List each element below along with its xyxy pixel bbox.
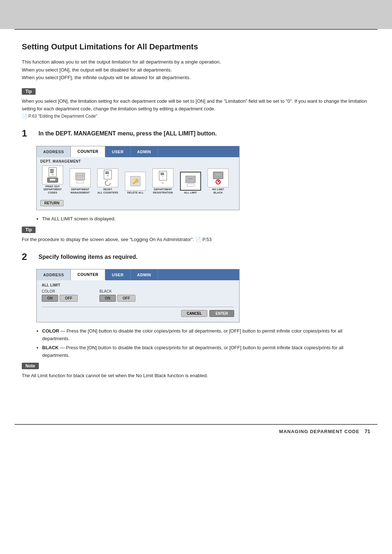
screen2-sublabel: ALL LIMIT xyxy=(42,283,234,287)
icon-dept-mgmt-img: * * * xyxy=(70,168,91,187)
tab-address[interactable]: ADDRESS xyxy=(37,146,71,157)
screen1-icon-row: 05 PRINT OUTDEPARTMENT CODES xyxy=(40,166,236,194)
icon-dept-reg-label: DEPARTMENTREGISTRATION xyxy=(153,188,173,194)
color-group: COLOR ON OFF xyxy=(42,289,78,302)
top-bar xyxy=(0,0,392,29)
black-off-button[interactable]: OFF xyxy=(117,295,135,302)
limit-row: COLOR ON OFF BLACK ON OFF xyxy=(42,289,234,302)
step2-number: 2 xyxy=(22,252,35,262)
icon-all-limit-img: *** xyxy=(180,172,201,191)
icon-delete-all[interactable]: 🔑 DELETE ALL xyxy=(123,172,148,194)
black-btn-group: ON OFF xyxy=(99,295,135,302)
black-on-button[interactable]: ON xyxy=(99,295,116,302)
black-label: BLACK xyxy=(99,289,135,293)
screen2: ADDRESS COUNTER USER ADMIN ALL LIMIT COL… xyxy=(36,269,240,322)
icon-reset-counters[interactable]: 05 RESETALL COUNTERS xyxy=(95,168,120,194)
enter-button[interactable]: ENTER xyxy=(209,310,234,317)
color-btn-group: ON OFF xyxy=(42,295,78,302)
content: Setting Output Limitations for All Depar… xyxy=(0,30,392,417)
step1: 1 In the DEPT. MANAGEMENT menu, press th… xyxy=(22,128,370,139)
tab-admin[interactable]: ADMIN xyxy=(131,146,158,157)
tip2-label: Tip xyxy=(22,227,36,233)
color-label: COLOR xyxy=(42,289,78,293)
icon-no-limit-black-img: *** ✕ xyxy=(208,168,229,187)
step2-title: Specify following items as required. xyxy=(38,252,138,261)
icon-dept-reg-img: ✏ ✏ xyxy=(152,168,173,187)
intro-text: This function allows you to set the outp… xyxy=(22,58,370,82)
black-group: BLACK ON OFF xyxy=(99,289,135,302)
step2-bullet-black: BLACK — Press the [ON] button to disable… xyxy=(42,344,370,359)
step1-bullets: The ALL LIMIT screen is displayed. xyxy=(42,215,370,223)
screen1-sublabel: DEPT. MANAGEMENT xyxy=(40,159,236,163)
intro-line2: When you select [ON], the output will be… xyxy=(22,67,172,73)
icon-print-dept[interactable]: 05 PRINT OUTDEPARTMENT CODES xyxy=(40,166,65,194)
footer-text: MANAGING DEPARMENT CODE xyxy=(279,429,359,434)
screen1-body: DEPT. MANAGEMENT 05 xyxy=(37,157,239,210)
screen2-tab-admin[interactable]: ADMIN xyxy=(131,269,158,280)
tip2-content: For the procedure to display the screen … xyxy=(22,236,370,244)
icon-all-limit[interactable]: *** ALL LIMIT xyxy=(178,172,203,194)
tab-user[interactable]: USER xyxy=(105,146,131,157)
step1-number: 1 xyxy=(22,128,35,139)
intro-line1: This function allows you to set the outp… xyxy=(22,59,221,65)
note-box: Note The All Limit function for black ca… xyxy=(22,363,370,380)
icon-reset-counters-img: 05 xyxy=(97,168,118,187)
tip1-content: When you select [ON], the limitation set… xyxy=(22,98,370,120)
icon-all-limit-label: ALL LIMIT xyxy=(184,191,197,194)
icon-print-dept-label: PRINT OUTDEPARTMENT CODES xyxy=(40,185,65,194)
step2-bullet-color: COLOR — Press the [ON] button to disable… xyxy=(42,327,370,343)
icon-no-limit-black-label: NO LIMITBLACK xyxy=(212,188,224,194)
icon-delete-all-img: 🔑 xyxy=(125,172,146,191)
page-title: Setting Output Limitations for All Depar… xyxy=(22,42,370,52)
tip1-ref: 📄 P.63 "Editing the Department Code" xyxy=(22,114,97,119)
intro-line3: When you select [OFF], the infinite outp… xyxy=(22,75,191,80)
icon-reset-counters-label: RESETALL COUNTERS xyxy=(97,188,118,194)
color-off-button[interactable]: OFF xyxy=(60,295,78,302)
step2: 2 Specify following items as required. xyxy=(22,252,370,262)
screen2-tab-counter[interactable]: COUNTER xyxy=(71,269,105,280)
icon-print-dept-img: 05 xyxy=(42,166,63,184)
tip1-label: Tip xyxy=(22,88,36,95)
return-button[interactable]: RETURN xyxy=(40,200,64,206)
tab-counter[interactable]: COUNTER xyxy=(71,146,105,157)
screen2-tab-user[interactable]: USER xyxy=(105,269,131,280)
note-content: The All Limit function for black cannot … xyxy=(22,372,370,380)
step2-bullets: COLOR — Press the [ON] button to disable… xyxy=(42,327,370,359)
tip2-box: Tip For the procedure to display the scr… xyxy=(22,227,370,244)
icon-no-limit-black[interactable]: *** ✕ NO LIMITBLACK xyxy=(206,168,230,194)
step1-title: In the DEPT. MANAGEMENT menu, press the … xyxy=(38,128,217,138)
icon-delete-all-label: DELETE ALL xyxy=(127,191,144,194)
icon-dept-reg[interactable]: ✏ ✏ DEPARTMENTREGISTRATION xyxy=(151,168,175,194)
footer: MANAGING DEPARMENT CODE 71 xyxy=(0,425,392,438)
footer-page: 71 xyxy=(364,428,370,434)
icon-dept-mgmt-label: DEPARTMENTMANAGEMENT xyxy=(71,188,90,194)
screen2-header: ADDRESS COUNTER USER ADMIN xyxy=(37,269,239,280)
screen2-tab-address[interactable]: ADDRESS xyxy=(37,269,71,280)
note-label: Note xyxy=(22,363,39,369)
screen2-bottom-btns: CANCEL ENTER xyxy=(42,307,234,317)
screen1: ADDRESS COUNTER USER ADMIN DEPT. MANAGEM… xyxy=(36,146,240,210)
cancel-button[interactable]: CANCEL xyxy=(181,310,207,317)
color-on-button[interactable]: ON xyxy=(42,295,58,302)
icon-dept-mgmt[interactable]: * * * DEPARTMENTMANAGEMENT xyxy=(68,168,93,194)
screen1-header: ADDRESS COUNTER USER ADMIN xyxy=(37,146,239,157)
step1-bullet1: The ALL LIMIT screen is displayed. xyxy=(42,215,370,223)
screen2-body: ALL LIMIT COLOR ON OFF BLACK ON OFF xyxy=(37,280,239,322)
tip1-box: Tip When you select [ON], the limitation… xyxy=(22,88,370,120)
